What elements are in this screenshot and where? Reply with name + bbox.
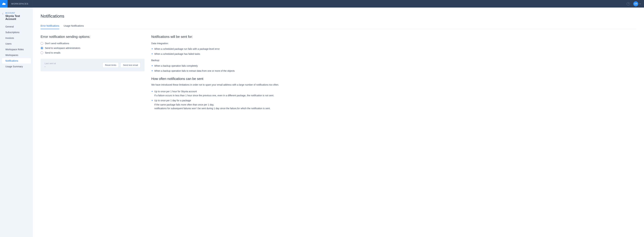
tab-usage-notifications[interactable]: Usage Notifications (64, 23, 84, 29)
sending-options-group: Don't send notifications Send to workspa… (40, 42, 144, 54)
sidebar-item-subscriptions[interactable]: Subscriptions (2, 30, 31, 35)
send-test-email-button[interactable]: Send test email (120, 62, 140, 68)
logo[interactable] (0, 0, 8, 7)
sidebar-item-invoices[interactable]: Invoices (2, 35, 31, 41)
option-dont-send[interactable]: Don't send notifications (40, 42, 144, 45)
freq-item-title: Up to once per 1 hour for Skyvia account (154, 90, 636, 93)
sidebar-item-usage-summary[interactable]: Usage Summary (2, 64, 31, 69)
sidebar-item-general[interactable]: General (2, 24, 31, 29)
radio-icon (40, 47, 43, 49)
list-item: When a scheduled package has failed task… (154, 51, 636, 56)
option-send-workspace-admins[interactable]: Send to workspace administrators (40, 47, 144, 49)
help-icon[interactable]: ? (626, 2, 630, 5)
last-sent-label: Last sent at (44, 62, 102, 65)
list-item: When a backup operation fails to extract… (154, 68, 636, 73)
sidebar-title: Skyvia Test Account (5, 14, 30, 20)
workspaces-link[interactable]: WORKSPACES (8, 2, 32, 5)
sidebar-item-users[interactable]: Users (2, 41, 31, 46)
list-item: Up to once per 1 day for a package If th… (154, 98, 636, 111)
cloud-icon (2, 2, 6, 6)
main: Notifications Error Notifications Usage … (33, 7, 644, 237)
page-title: Notifications (40, 13, 636, 19)
radio-label: Send to emails (45, 51, 60, 54)
sidebar-eyebrow: ACCOUNT (5, 12, 30, 14)
radio-label: Don't send notifications (45, 42, 69, 45)
topbar: WORKSPACES ? OR (0, 0, 644, 7)
chevron-down-icon (639, 2, 641, 5)
freq-item-sub: If the same package fails more often tha… (154, 103, 636, 110)
data-integration-label: Data Integration: (151, 42, 636, 45)
frequency-heading: How often notifications can be sent (151, 77, 636, 81)
radio-icon (40, 51, 43, 54)
last-sent-panel: Last sent at - Reset limits Send test em… (40, 59, 144, 71)
frequency-list: Up to once per 1 hour for Skyvia account… (151, 89, 636, 111)
sidebar-nav: General Subscriptions Invoices Users Wor… (0, 24, 33, 69)
option-send-emails[interactable]: Send to emails (40, 51, 144, 54)
last-sent-value: - (44, 65, 102, 68)
avatar: OR (633, 1, 638, 6)
backup-list: When a backup operation fails completely… (151, 63, 636, 73)
sidebar-item-workspace-roles[interactable]: Workspace Roles (2, 47, 31, 52)
backup-label: Backup: (151, 59, 636, 62)
sidebar-item-notifications[interactable]: Notifications (2, 58, 31, 63)
frequency-intro: We have introduced these limitations in … (151, 83, 636, 87)
sent-for-heading: Notifications will be sent for: (151, 35, 636, 39)
reset-limits-button[interactable]: Reset limits (102, 62, 119, 68)
chevron-left-icon (2, 12, 4, 15)
back-button[interactable] (2, 12, 4, 15)
sidebar: ACCOUNT Skyvia Test Account General Subs… (0, 7, 33, 237)
freq-item-sub: If a failure occurs in less than 1 hour … (154, 94, 636, 97)
list-item: Up to once per 1 hour for Skyvia account… (154, 89, 636, 98)
topbar-divider (32, 0, 32, 7)
radio-icon (40, 42, 43, 45)
sidebar-item-workspaces[interactable]: Workspaces (2, 52, 31, 58)
data-integration-list: When a scheduled package run fails with … (151, 46, 636, 57)
tab-error-notifications[interactable]: Error Notifications (40, 23, 59, 29)
list-item: When a scheduled package run fails with … (154, 46, 636, 51)
user-menu[interactable]: OR (633, 1, 641, 6)
sending-options-heading: Error notification sending options: (40, 35, 144, 39)
freq-item-title: Up to once per 1 day for a package (154, 99, 636, 102)
radio-label: Send to workspace administrators (45, 47, 80, 49)
tabs: Error Notifications Usage Notifications (40, 23, 636, 29)
list-item: When a backup operation fails completely (154, 63, 636, 68)
